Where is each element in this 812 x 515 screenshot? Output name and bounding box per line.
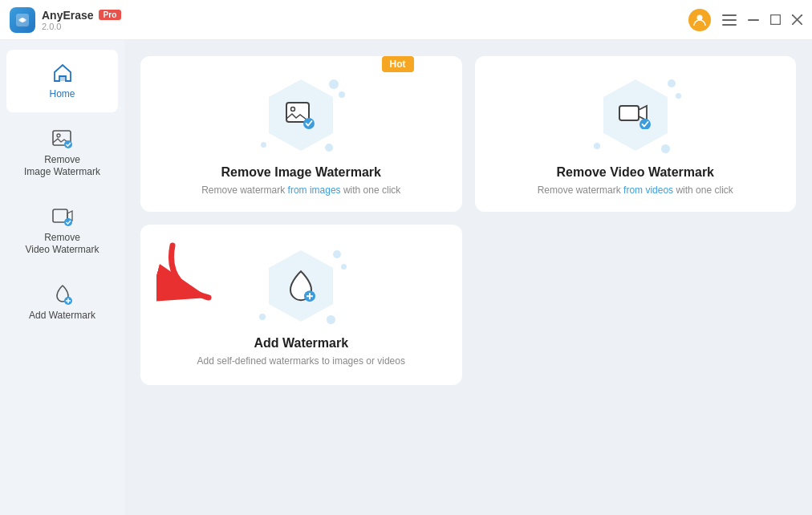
svg-rect-26 xyxy=(619,106,639,120)
close-icon[interactable] xyxy=(792,14,802,25)
empty-bottom-right xyxy=(475,225,797,385)
sidebar-item-add-watermark[interactable]: Add Watermark xyxy=(6,271,118,334)
svg-rect-4 xyxy=(722,19,737,21)
svg-rect-6 xyxy=(748,19,759,21)
video-watermark-main-icon xyxy=(618,102,653,129)
sidebar-item-remove-video[interactable]: RemoveVideo Watermark xyxy=(6,193,118,268)
remove-video-icon-wrapper xyxy=(591,75,680,156)
remove-image-card[interactable]: Hot xyxy=(140,56,462,212)
home-icon xyxy=(51,61,75,85)
remove-image-icon-wrapper xyxy=(257,75,345,156)
image-watermark-main-icon xyxy=(285,101,317,130)
add-watermark-icon xyxy=(51,282,75,306)
bottom-cards-grid: Add Watermark Add self-defined watermark… xyxy=(140,225,796,385)
pro-badge: Pro xyxy=(99,10,122,20)
add-watermark-title: Add Watermark xyxy=(254,336,348,351)
svg-rect-7 xyxy=(771,15,781,25)
svg-point-27 xyxy=(639,119,651,129)
user-avatar-icon[interactable] xyxy=(688,9,711,31)
svg-point-15 xyxy=(64,218,72,226)
remove-image-desc: Remove watermark from images with one cl… xyxy=(201,185,400,196)
content-area: Hot xyxy=(124,40,812,515)
add-watermark-desc: Add self-defined watermarks to images or… xyxy=(197,355,405,367)
add-watermark-card[interactable]: Add Watermark Add self-defined watermark… xyxy=(140,225,462,385)
remove-video-card[interactable]: Remove Video Watermark Remove watermark … xyxy=(475,56,797,212)
svg-point-1 xyxy=(21,18,25,22)
window-controls xyxy=(688,9,802,31)
sidebar: Home RemoveImage Watermark RemoveVideo W… xyxy=(0,40,124,515)
minimize-icon[interactable] xyxy=(748,19,759,21)
sidebar-home-label: Home xyxy=(49,88,75,101)
app-logo xyxy=(10,7,35,33)
sidebar-item-home[interactable]: Home xyxy=(6,50,118,112)
remove-video-icon xyxy=(51,205,75,229)
remove-image-title: Remove Image Watermark xyxy=(221,165,382,180)
top-cards-grid: Hot xyxy=(140,56,796,212)
menu-icon[interactable] xyxy=(722,14,737,26)
add-watermark-icon-wrapper xyxy=(257,246,345,326)
main-layout: Home RemoveImage Watermark RemoveVideo W… xyxy=(0,40,812,515)
remove-video-title: Remove Video Watermark xyxy=(556,165,714,180)
maximize-icon[interactable] xyxy=(770,14,781,25)
add-watermark-main-icon xyxy=(286,269,316,302)
svg-rect-3 xyxy=(722,14,737,16)
sidebar-remove-image-label: RemoveImage Watermark xyxy=(24,154,100,179)
remove-video-desc: Remove watermark from videos with one cl… xyxy=(538,185,733,196)
red-arrow xyxy=(156,237,237,313)
app-info: AnyErase Pro 2.0.0 xyxy=(42,9,121,31)
remove-image-icon xyxy=(51,127,75,151)
sidebar-remove-video-label: RemoveVideo Watermark xyxy=(25,232,99,257)
svg-rect-5 xyxy=(722,24,737,26)
app-version: 2.0.0 xyxy=(42,22,121,31)
sidebar-item-remove-image[interactable]: RemoveImage Watermark xyxy=(6,116,118,190)
hot-badge: Hot xyxy=(382,56,414,72)
svg-point-13 xyxy=(64,140,72,148)
svg-rect-10 xyxy=(60,76,65,81)
title-bar: AnyErase Pro 2.0.0 xyxy=(0,0,812,40)
app-name-text: AnyErase xyxy=(42,9,94,22)
sidebar-add-watermark-label: Add Watermark xyxy=(29,310,95,322)
svg-point-12 xyxy=(57,134,60,137)
